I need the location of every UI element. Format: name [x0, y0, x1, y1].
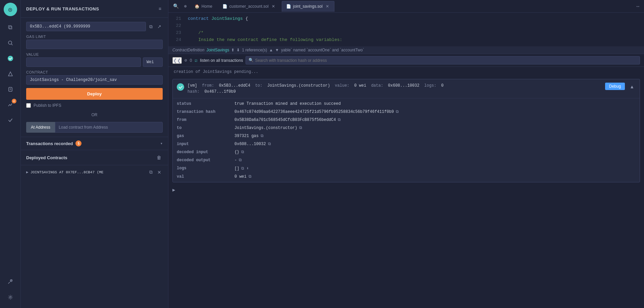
- copy-gas-icon[interactable]: ⧉: [261, 134, 264, 138]
- log-search-icon: 🔍: [249, 58, 254, 63]
- sidebar-item-settings[interactable]: [4, 291, 17, 304]
- copy-to-icon[interactable]: ⧉: [299, 126, 302, 130]
- tx-to-label: to:: [255, 83, 263, 88]
- publish-ipfs-checkbox[interactable]: [26, 103, 31, 108]
- tx-hash-value: 0x467...1f0b9: [204, 89, 236, 94]
- account-select[interactable]: 0x5B3...eddC4 (99.9999999: [26, 22, 146, 31]
- copy-decoded-input-icon[interactable]: ⧉: [241, 150, 244, 155]
- sidebar-item-tools[interactable]: [4, 275, 17, 289]
- icon-bar: ◎ ⧉ 4: [0, 0, 21, 308]
- line-22: 22: [172, 23, 181, 30]
- decoded-output-value: - ⧉: [234, 158, 636, 163]
- tx-from-label: from:: [202, 83, 214, 88]
- log-block-count: 0: [190, 58, 192, 63]
- tab-joint-savings[interactable]: 📄 joint_savings.sol ✕: [282, 1, 334, 12]
- load-contract-button[interactable]: Load contract from Address: [55, 122, 163, 133]
- breadcrumb-bar: ContractDefinition JointSavings ⬆ ⬇ 1 re…: [168, 46, 644, 54]
- stop-icon[interactable]: ⊘: [184, 58, 187, 63]
- open-account-btn[interactable]: ↗: [156, 23, 163, 31]
- tab-customer-account[interactable]: 📄 customer_account.sol ✕: [218, 1, 280, 12]
- to-key: to: [177, 126, 230, 130]
- copy-decoded-output-icon[interactable]: ⧉: [239, 158, 242, 163]
- tx-header: [vm] from: 0x5B3...eddC4 to: JointSaving…: [173, 79, 640, 98]
- contract-select[interactable]: JointSavings - Challenge20/joint_sav: [26, 75, 163, 85]
- code-line-23: /*: [188, 30, 342, 37]
- tab-zoom-in-icon[interactable]: ⊕: [182, 2, 189, 10]
- gas-limit-input[interactable]: 3000000: [26, 40, 163, 49]
- log-listen-check[interactable]: ☑: [195, 58, 198, 63]
- log-search-bar: 🔍: [246, 56, 640, 64]
- customer-tab-close[interactable]: ✕: [271, 4, 276, 9]
- tx-detail-hash: transaction hash 0x467c874d90aa6422736ae…: [173, 108, 640, 116]
- from-key: from: [177, 118, 230, 122]
- breadcrumb-type: ContractDefinition: [172, 48, 204, 52]
- joint-tab-icon: 📄: [286, 4, 291, 9]
- tx-data-value: 0x608...10032: [388, 83, 420, 88]
- sidebar-item-deploy[interactable]: [4, 67, 17, 81]
- deployed-contracts-section[interactable]: Deployed Contracts 🗑: [21, 150, 168, 165]
- copy-val-icon[interactable]: ⧉: [249, 174, 252, 179]
- unit-select[interactable]: Wei Gwei Ether: [143, 57, 163, 67]
- sidebar-toggle-icon[interactable]: ↔: [635, 2, 641, 10]
- deploy-menu-icon[interactable]: ≡: [157, 5, 163, 13]
- tx-logs-label: logs:: [424, 83, 436, 88]
- tab-home[interactable]: 🏠 Home: [190, 1, 217, 12]
- deploy-button[interactable]: Deploy: [26, 88, 163, 100]
- line-numbers: 21 22 23 24: [168, 15, 185, 44]
- code-content[interactable]: contract JointSavings { /* Inside the ne…: [185, 15, 345, 44]
- gas-limit-label: GAS LIMIT: [26, 35, 163, 39]
- copy-logs-icon2[interactable]: ⬇: [246, 166, 249, 171]
- value-input[interactable]: 0: [26, 57, 141, 67]
- remove-deployed-btn[interactable]: ✕: [156, 168, 163, 176]
- joint-tab-close[interactable]: ✕: [325, 4, 330, 9]
- deploy-header: DEPLOY & RUN TRANSACTIONS ≡: [21, 0, 168, 18]
- sidebar-item-compile[interactable]: [4, 52, 17, 65]
- copy-deployed-btn[interactable]: ⧉: [148, 168, 154, 176]
- deployed-contract-item[interactable]: ▶ JOINTSAVINGS AT 0X7EF...8CB47 (ME ⧉ ✕: [21, 165, 168, 179]
- sidebar-item-analytics[interactable]: 4: [4, 98, 17, 112]
- tx-expand-btn[interactable]: ▲: [628, 83, 636, 91]
- deployed-contract-label: JOINTSAVINGS AT 0X7EF...8CB47 (ME: [31, 170, 146, 174]
- breadcrumb-chevron-up[interactable]: ▲: [269, 48, 273, 52]
- tab-search-icon[interactable]: 🔍: [171, 2, 181, 10]
- line-21: 21: [172, 15, 181, 23]
- copy-account-btn[interactable]: ⧉: [148, 23, 154, 31]
- log-listen-label: listen on all transactions: [200, 58, 243, 63]
- gas-key: gas: [177, 134, 230, 138]
- input-key: input: [177, 142, 230, 146]
- copy-logs-icon1[interactable]: ⧉: [241, 166, 244, 171]
- sidebar-item-files[interactable]: ⧉: [4, 21, 17, 34]
- sidebar-item-search[interactable]: [4, 36, 17, 50]
- home-tab-icon: 🏠: [195, 4, 200, 9]
- svg-marker-3: [8, 72, 12, 76]
- copy-hash-icon[interactable]: ⧉: [396, 109, 399, 114]
- or-divider: OR: [26, 111, 163, 119]
- tx-detail-from: from 0x5B38Da6a701c568545dCfcB03FcB875f5…: [173, 116, 640, 124]
- transaction-card: [vm] from: 0x5B3...eddC4 to: JointSaving…: [172, 79, 640, 182]
- delete-deployed-icon[interactable]: 🗑: [155, 153, 163, 162]
- sidebar-item-debug[interactable]: [4, 83, 17, 96]
- decoded-input-value: {} ⧉: [234, 150, 636, 155]
- tx-hash-label: hash:: [187, 89, 200, 94]
- tx-detail-gas: gas 397321 gas ⧉: [173, 132, 640, 140]
- customer-tab-icon: 📄: [222, 4, 227, 9]
- breadcrumb-chevron-down[interactable]: ▼: [275, 48, 279, 52]
- expand-more-btn[interactable]: ▶: [168, 184, 644, 195]
- copy-from-icon[interactable]: ⧉: [338, 118, 341, 122]
- log-search-input[interactable]: [255, 58, 637, 63]
- customer-tab-label: customer_account.sol: [229, 4, 269, 9]
- tx-success-icon: [177, 83, 184, 91]
- debug-button[interactable]: Debug: [605, 83, 625, 90]
- line-23: 23: [172, 30, 181, 37]
- contract-label: CONTRACT: [26, 70, 163, 74]
- transactions-recorded-section[interactable]: Transactions recorded 5 ▾: [21, 137, 168, 150]
- copy-input-icon[interactable]: ⧉: [268, 142, 271, 146]
- breadcrumb-nav-icon-down[interactable]: ⬇: [236, 48, 240, 52]
- log-collapse-btn[interactable]: ❮❮: [172, 57, 182, 64]
- breadcrumb-nav-icon[interactable]: ⬆: [231, 48, 234, 52]
- sidebar-item-verify[interactable]: [4, 114, 17, 127]
- tx-value-label: value:: [335, 83, 349, 88]
- at-address-button[interactable]: At Address: [26, 122, 55, 133]
- code-line-24: Inside the new contract define the follo…: [188, 37, 342, 44]
- deployed-contracts-label: Deployed Contracts: [26, 155, 67, 160]
